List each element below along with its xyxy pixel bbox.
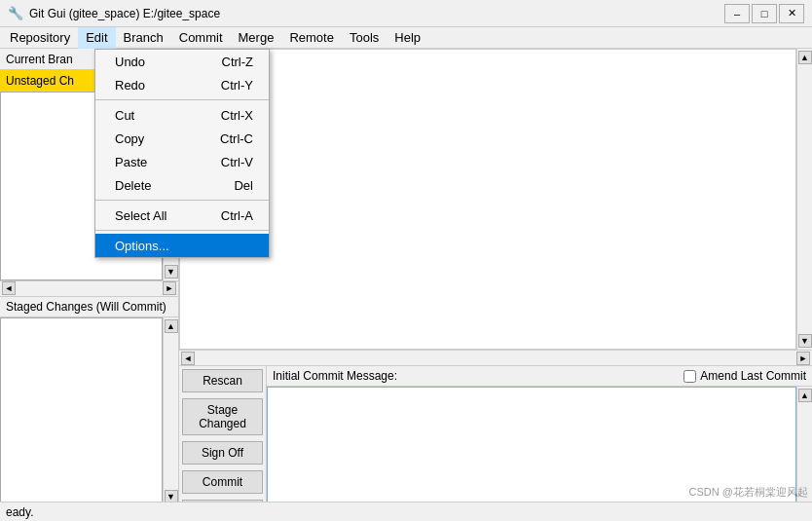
right-panel: ▲ ▼ ◄ ► Rescan Stage Changed Sign Off Co… [179,49,812,521]
undo-shortcut: Ctrl-Z [222,55,254,69]
redo-label: Redo [115,78,145,93]
copy-shortcut: Ctrl-C [220,131,253,146]
edit-dropdown: Undo Ctrl-Z Redo Ctrl-Y Cut Ctrl-X Copy … [94,49,270,258]
delete-shortcut: Del [234,178,253,193]
window-controls: – □ ✕ [724,4,804,23]
separator-2 [95,200,269,201]
amend-checkbox-input[interactable] [683,370,696,383]
status-bar: eady. [0,502,812,521]
scroll-left-arrow[interactable]: ◄ [2,281,16,295]
select-all-label: Select All [115,208,166,223]
close-button[interactable]: ✕ [779,4,804,23]
cut-label: Cut [115,108,134,123]
menu-item-help[interactable]: Help [387,27,428,49]
menu-item-commit[interactable]: Commit [171,27,231,49]
diff-scroll-down[interactable]: ▼ [798,334,812,348]
status-text: eady. [6,505,33,519]
separator-1 [95,99,269,100]
scroll-right-arrow[interactable]: ► [163,281,176,295]
copy-label: Copy [115,131,144,146]
menu-item-edit[interactable]: Edit [78,27,115,49]
dropdown-item-redo[interactable]: Redo Ctrl-Y [95,73,269,96]
diff-scrollbar-h[interactable]: ◄ ► [179,350,812,365]
dropdown-item-cut[interactable]: Cut Ctrl-X [95,103,269,127]
paste-label: Paste [115,155,147,169]
diff-scroll-right[interactable]: ► [796,352,810,365]
commit-buttons-panel: Rescan Stage Changed Sign Off Commit Pus… [179,366,267,521]
menu-item-branch[interactable]: Branch [116,27,171,49]
staged-changes-header: Staged Changes (Will Commit) [0,296,178,317]
menu-item-remote[interactable]: Remote [281,27,342,49]
select-all-shortcut: Ctrl-A [221,208,253,223]
undo-label: Undo [115,55,145,69]
stage-changed-button[interactable]: Stage Changed [182,398,263,435]
app-icon: 🔧 [8,6,23,21]
amend-text: Amend Last Commit [700,369,806,383]
staged-scroll-up[interactable]: ▲ [165,319,178,333]
diff-scroll-up[interactable]: ▲ [798,51,812,64]
dropdown-item-options[interactable]: Options... [95,234,269,257]
maximize-button[interactable]: □ [752,4,777,23]
diff-scrollbar-v[interactable]: ▲ ▼ [796,49,812,350]
dropdown-item-paste[interactable]: Paste Ctrl-V [95,150,269,173]
commit-msg-scroll-up[interactable]: ▲ [798,389,812,402]
title-text: Git Gui (gitee_space) E:/gitee_space [29,7,220,20]
delete-label: Delete [115,178,152,193]
separator-3 [95,230,269,231]
commit-message-label: Initial Commit Message: [273,369,397,383]
staged-scrollbar-v[interactable]: ▲ ▼ [163,317,178,506]
watermark: CSDN @花若桐棠迎风起 [689,485,808,500]
commit-button[interactable]: Commit [182,470,263,494]
unstaged-scrollbar-h[interactable]: ◄ ► [0,280,178,296]
dropdown-item-copy[interactable]: Copy Ctrl-C [95,127,269,150]
scroll-down-arrow[interactable]: ▼ [165,265,178,279]
menu-bar: Repository Edit Branch Commit Merge Remo… [0,27,812,49]
diff-view[interactable] [179,49,796,350]
diff-scroll-left[interactable]: ◄ [181,352,195,365]
redo-shortcut: Ctrl-Y [221,78,253,93]
paste-shortcut: Ctrl-V [221,155,253,169]
staged-file-list[interactable] [0,317,163,506]
menu-item-tools[interactable]: Tools [342,27,387,49]
title-bar: 🔧 Git Gui (gitee_space) E:/gitee_space –… [0,0,812,27]
cut-shortcut: Ctrl-X [221,108,253,123]
menu-item-repository[interactable]: Repository [2,27,78,49]
sign-off-button[interactable]: Sign Off [182,441,263,465]
rescan-button[interactable]: Rescan [182,369,263,392]
amend-checkbox-label[interactable]: Amend Last Commit [683,369,806,383]
minimize-button[interactable]: – [724,4,750,23]
options-label: Options... [115,239,169,253]
commit-message-header: Initial Commit Message: Amend Last Commi… [267,366,812,387]
dropdown-item-delete[interactable]: Delete Del [95,173,269,197]
menu-item-merge[interactable]: Merge [231,27,282,49]
dropdown-item-select-all[interactable]: Select All Ctrl-A [95,204,269,227]
dropdown-item-undo[interactable]: Undo Ctrl-Z [95,50,269,73]
